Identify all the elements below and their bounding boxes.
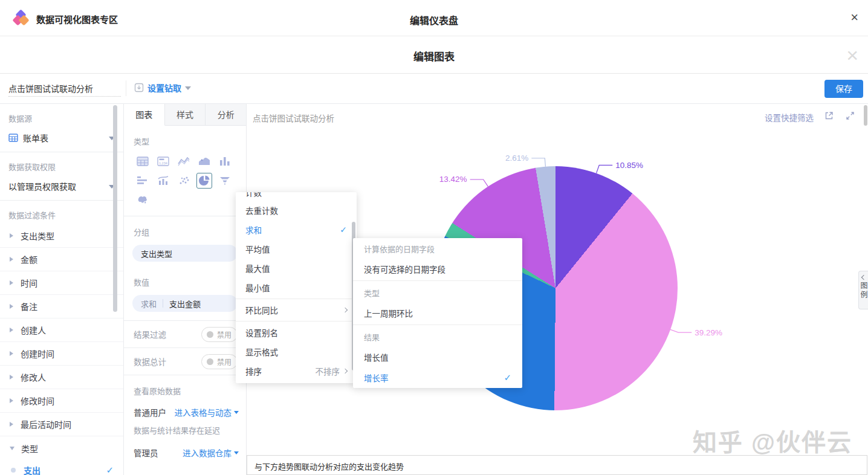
aggregation-value: 求和 (141, 298, 157, 309)
chevron-down-icon (234, 411, 239, 414)
menu-item-min[interactable]: 最小值 (236, 278, 357, 297)
menu-item-set-alias[interactable]: 设置别名 (236, 323, 357, 342)
pie-label-leader-line (670, 329, 691, 332)
group-field-pill[interactable]: 支出类型 (132, 245, 238, 262)
type-option-expense[interactable]: 支出 ✓ (0, 460, 123, 475)
tab-chart[interactable]: 图表 (124, 104, 165, 126)
menu-item-sum[interactable]: 求和 ✓ (236, 220, 357, 239)
field-row-time[interactable]: 时间 (0, 271, 123, 295)
chevron-right-icon (10, 398, 13, 403)
tab-analysis[interactable]: 分析 (206, 104, 246, 125)
admin-row: 管理员 进入数据仓库 (124, 436, 246, 459)
chevron-right-icon (10, 351, 13, 356)
delay-note: 数据与统计结果存在延迟 (124, 418, 246, 436)
close-dashboard-icon[interactable]: × (850, 11, 858, 24)
close-edit-chart-icon[interactable]: × (846, 45, 858, 65)
field-row-amount[interactable]: 金额 (0, 248, 123, 271)
menu-item-distinct-count[interactable]: 去重计数 (236, 201, 357, 220)
toggle-knob-icon (207, 358, 213, 365)
datasource-value: 账单表 (23, 132, 109, 144)
data-sidebar: 数据源 账单表 数据获取权限 以管理员权限获取 数据过滤条件 支出类型 金额 时… (0, 104, 124, 475)
chart-type-pie-icon[interactable] (196, 173, 212, 189)
field-row-modifier[interactable]: 修改人 (0, 366, 123, 389)
chevron-right-icon (343, 369, 348, 373)
normal-user-label: 普通用户 (134, 406, 166, 418)
legend-tab-label: 图例 (858, 282, 868, 300)
chart-area-scrollbar[interactable] (864, 105, 867, 126)
toggle-knob-icon (207, 331, 213, 338)
chevron-right-icon (10, 328, 13, 332)
datasource-select[interactable]: 账单表 (0, 128, 123, 148)
config-panel: 图表 样式 分析 类型 1,234 分组 支出类型 数值 (124, 104, 247, 475)
field-row-type-expanded[interactable]: 类型 (0, 436, 123, 460)
check-icon: ✓ (106, 465, 114, 475)
raw-data-label: 查看原始数据 (124, 375, 246, 401)
pie-label: 10.85% (615, 161, 643, 170)
drill-setting-button[interactable]: 设置钻取 (134, 82, 191, 94)
chart-type-line-icon[interactable] (176, 153, 192, 169)
divider (236, 321, 357, 322)
data-total-toggle[interactable]: 禁用 (201, 354, 238, 369)
chart-type-hbar-icon[interactable] (135, 173, 151, 189)
svg-text:1,234: 1,234 (159, 161, 167, 165)
legend-expand-tab[interactable]: 图例 (858, 271, 868, 309)
chart-type-scatter-icon[interactable] (176, 173, 192, 189)
field-row-modify-time[interactable]: 修改时间 (0, 389, 123, 413)
field-row-creator[interactable]: 创建人 (0, 318, 123, 342)
field-row-create-time[interactable]: 创建时间 (0, 342, 123, 366)
chevron-down-icon (185, 86, 191, 90)
value-field-pill[interactable]: 求和 支出金额 (132, 295, 238, 312)
field-row-last-activity[interactable]: 最后活动时间 (0, 413, 123, 436)
value-label: 数值 (124, 262, 246, 292)
check-icon: ✓ (504, 372, 511, 383)
chevron-left-icon (861, 275, 866, 280)
chart-title-input[interactable]: 点击饼图试试联动分析 (8, 81, 121, 97)
submenu-item-growth-value[interactable]: 增长值 (353, 347, 522, 367)
submenu-item-growth-rate[interactable]: 增长率 ✓ (353, 367, 522, 388)
field-row-expense-type[interactable]: 支出类型 (0, 224, 123, 248)
chevron-down-icon (10, 447, 15, 450)
submenu-date-field-header: 计算依据的日期字段 (353, 238, 522, 259)
field-row-note[interactable]: 备注 (0, 295, 123, 318)
normal-user-row: 普通用户 进入表格与动态 (124, 401, 246, 418)
pie-label-leader-line (597, 165, 613, 173)
app-header: 数据可视化图表专区 编辑仪表盘 × (0, 0, 868, 36)
chevron-right-icon (10, 375, 13, 380)
submenu-result-header: 结果 (353, 326, 522, 347)
menu-item-display-format[interactable]: 显示格式 (236, 342, 357, 361)
chart-type-combo-icon[interactable] (155, 173, 171, 189)
menu-item-period-compare[interactable]: 环比同比 (236, 300, 357, 320)
enter-table-link[interactable]: 进入表格与动态 (175, 406, 239, 418)
tab-style[interactable]: 样式 (165, 104, 206, 125)
chart-type-area-icon[interactable] (196, 153, 212, 169)
menu-item-average[interactable]: 平均值 (236, 239, 357, 259)
result-filter-toggle[interactable]: 禁用 (201, 327, 238, 342)
menu-item-count-clipped[interactable]: 计数 (236, 192, 357, 201)
chart-type-bar-icon[interactable] (217, 153, 233, 169)
chart-type-label: 类型 (124, 126, 246, 152)
chart-type-grid: 1,234 (124, 152, 246, 210)
chart-type-funnel-icon[interactable] (217, 173, 233, 189)
toolbar-divider (126, 80, 126, 96)
chart-type-table-icon[interactable] (135, 153, 151, 169)
result-filter-row: 结果过滤 禁用 (124, 321, 246, 347)
chevron-down-icon (234, 451, 239, 454)
check-icon: ✓ (340, 225, 347, 234)
sidebar-scrollbar[interactable] (113, 105, 117, 312)
permission-select[interactable]: 以管理员权限获取 (0, 176, 123, 196)
menu-item-max[interactable]: 最大值 (236, 259, 357, 278)
save-button[interactable]: 保存 (824, 80, 863, 98)
pie-label-leader-line (531, 158, 545, 167)
chevron-right-icon (343, 308, 348, 312)
enter-warehouse-link[interactable]: 进入数据仓库 (183, 447, 239, 459)
open-in-new-icon[interactable] (824, 111, 834, 121)
result-filter-label: 结果过滤 (134, 328, 166, 340)
quick-filter-link[interactable]: 设置快捷筛选 (765, 111, 814, 123)
submenu-item-prev-period[interactable]: 上一周期环比 (353, 303, 522, 323)
chart-type-map-icon[interactable] (135, 192, 151, 208)
next-chart-title-bar[interactable]: 与下方趋势图联动分析对应的支出变化趋势 (247, 455, 867, 475)
chart-type-number-icon[interactable]: 1,234 (155, 153, 171, 169)
menu-item-sort[interactable]: 排序 不排序 (236, 361, 357, 381)
submenu-no-date-field[interactable]: 没有可选择的日期字段 (353, 259, 522, 279)
fullscreen-icon[interactable] (845, 111, 855, 121)
